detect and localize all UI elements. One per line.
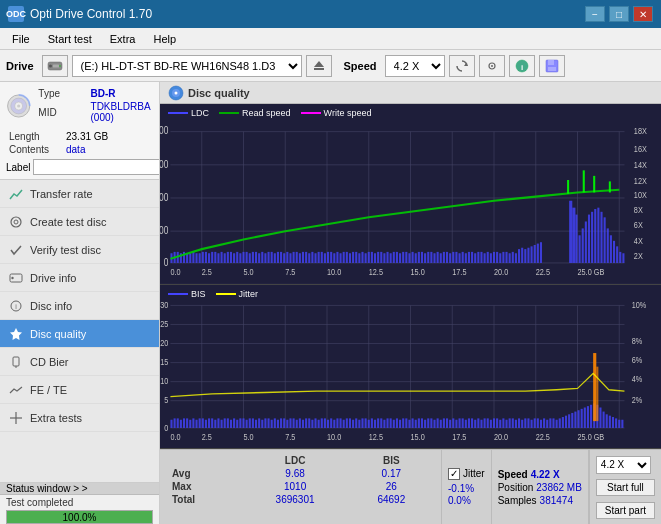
sidebar-item-create-test-disc[interactable]: Create test disc <box>0 208 159 236</box>
svg-rect-129 <box>343 252 345 263</box>
svg-rect-297 <box>296 419 298 427</box>
svg-rect-199 <box>588 215 590 263</box>
svg-text:0.0: 0.0 <box>170 431 180 442</box>
toolbar: Drive (E:) HL-DT-ST BD-RE WH16NS48 1.D3 … <box>0 50 661 82</box>
svg-text:8%: 8% <box>632 334 643 345</box>
svg-rect-120 <box>314 253 316 263</box>
info-button[interactable]: i <box>509 55 535 77</box>
svg-rect-302 <box>311 419 313 427</box>
minimize-button[interactable]: − <box>585 6 605 22</box>
disc-graphic <box>6 90 31 122</box>
menu-start-test[interactable]: Start test <box>40 31 100 47</box>
menu-file[interactable]: File <box>4 31 38 47</box>
svg-rect-276 <box>230 419 232 427</box>
svg-rect-387 <box>578 410 580 428</box>
svg-rect-197 <box>582 228 584 263</box>
sidebar-item-disc-quality[interactable]: Disc quality <box>0 320 159 348</box>
svg-rect-262 <box>186 418 188 428</box>
svg-rect-307 <box>327 419 329 427</box>
svg-rect-350 <box>462 418 464 428</box>
svg-rect-194 <box>572 208 575 263</box>
svg-rect-298 <box>299 418 301 428</box>
legend-ldc-label: LDC <box>191 108 209 118</box>
status-window-button[interactable]: Status window > > <box>0 483 159 495</box>
svg-rect-357 <box>484 418 486 428</box>
svg-rect-319 <box>365 418 367 428</box>
jitter-checkbox[interactable]: ✓ <box>448 468 460 480</box>
svg-rect-151 <box>412 252 414 263</box>
svg-rect-154 <box>421 252 423 263</box>
refresh-button[interactable] <box>449 55 475 77</box>
svg-rect-362 <box>499 419 501 427</box>
eject-button[interactable] <box>306 55 332 77</box>
svg-rect-290 <box>274 418 276 428</box>
svg-rect-188 <box>527 248 529 263</box>
sidebar-item-drive-info[interactable]: Drive info <box>0 264 159 292</box>
svg-rect-390 <box>587 406 589 428</box>
sidebar-item-cd-bier[interactable]: CD Bier <box>0 348 159 376</box>
svg-rect-325 <box>383 419 385 427</box>
svg-rect-337 <box>421 418 423 428</box>
drive-select[interactable]: (E:) HL-DT-ST BD-RE WH16NS48 1.D3 <box>72 55 302 77</box>
drive-icon-btn[interactable] <box>42 55 68 77</box>
col-bis: BIS <box>350 454 433 467</box>
legend-read-color <box>219 112 239 114</box>
svg-rect-195 <box>575 215 577 263</box>
svg-rect-261 <box>183 418 185 428</box>
svg-text:16X: 16X <box>634 143 647 154</box>
menu-help[interactable]: Help <box>145 31 184 47</box>
svg-rect-382 <box>562 417 564 428</box>
svg-rect-152 <box>415 253 417 263</box>
legend-ldc: LDC <box>168 108 209 118</box>
svg-rect-116 <box>302 252 304 263</box>
sidebar-item-extra-tests[interactable]: Extra tests <box>0 404 159 432</box>
sidebar-item-disc-info[interactable]: i Disc info <box>0 292 159 320</box>
svg-rect-371 <box>527 418 529 428</box>
sidebar-item-verify-test-disc[interactable]: Verify test disc <box>0 236 159 264</box>
svg-rect-183 <box>512 252 514 263</box>
svg-rect-320 <box>368 419 370 427</box>
svg-rect-142 <box>383 253 385 263</box>
svg-rect-141 <box>380 252 382 263</box>
samples-label: Samples <box>498 495 537 506</box>
stats-panel: LDC BIS Avg 9.68 0.17 Max 1010 <box>160 449 661 524</box>
sidebar-item-fe-te[interactable]: FE / TE <box>0 376 159 404</box>
svg-rect-286 <box>261 419 263 427</box>
speed-select[interactable]: 4.2 X <box>385 55 445 77</box>
start-full-button[interactable]: Start full <box>596 479 655 496</box>
nav-verify-test-disc-label: Verify test disc <box>30 244 101 256</box>
svg-rect-326 <box>386 418 388 428</box>
svg-rect-155 <box>424 253 426 263</box>
start-part-button[interactable]: Start part <box>596 502 655 519</box>
save-button[interactable] <box>539 55 565 77</box>
label-input[interactable] <box>33 159 160 175</box>
svg-rect-271 <box>214 419 216 427</box>
svg-rect-111 <box>286 252 288 263</box>
legend-read-label: Read speed <box>242 108 291 118</box>
svg-rect-136 <box>365 253 367 263</box>
menu-extra[interactable]: Extra <box>102 31 144 47</box>
svg-rect-133 <box>355 252 357 263</box>
svg-text:12.5: 12.5 <box>369 431 383 442</box>
svg-rect-164 <box>452 252 454 263</box>
svg-rect-365 <box>509 418 511 428</box>
speed-dropdown[interactable]: 4.2 X <box>596 456 651 474</box>
svg-rect-13 <box>548 67 556 71</box>
label-row: Label ⚙ <box>6 159 153 175</box>
status-window-label: Status window > > <box>6 483 88 494</box>
svg-rect-114 <box>296 252 298 263</box>
svg-rect-257 <box>170 419 172 427</box>
svg-rect-399 <box>615 418 617 428</box>
close-button[interactable]: ✕ <box>633 6 653 22</box>
svg-rect-172 <box>477 252 479 263</box>
svg-rect-175 <box>487 252 489 263</box>
maximize-button[interactable]: □ <box>609 6 629 22</box>
disc-quality-header: Disc quality <box>160 82 661 104</box>
svg-rect-189 <box>531 246 533 263</box>
samples-value: 381474 <box>540 495 573 506</box>
sidebar-item-transfer-rate[interactable]: Transfer rate <box>0 180 159 208</box>
svg-rect-268 <box>205 419 207 427</box>
nav-disc-info-label: Disc info <box>30 300 72 312</box>
settings-button[interactable] <box>479 55 505 77</box>
svg-rect-303 <box>314 418 316 428</box>
